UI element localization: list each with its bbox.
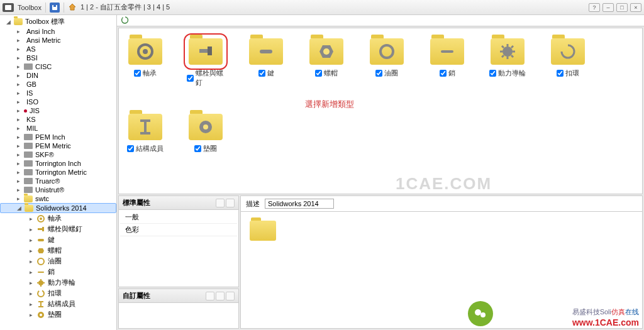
property-row[interactable]: 一般: [120, 211, 237, 224]
folder-icon: [25, 205, 33, 212]
folder-icon: [370, 38, 404, 65]
item-label[interactable]: 鍵: [258, 69, 274, 78]
standard-properties-pane: 標準屬性 一般色彩: [118, 195, 239, 287]
tree-standard-item[interactable]: ▸CISC: [0, 62, 116, 71]
tree-part-item[interactable]: ▸扣環: [0, 288, 116, 299]
tree-standard-item[interactable]: ▸JIS: [0, 106, 116, 115]
tool-btn[interactable]: [226, 292, 235, 300]
item-label[interactable]: 扣環: [557, 69, 579, 78]
tree-standard-item[interactable]: ▸DIN: [0, 71, 116, 80]
folder-item-nut[interactable]: 螺帽: [308, 38, 345, 87]
tree-part-item[interactable]: ▸結構成員: [0, 299, 116, 309]
tree-standard-item[interactable]: ▸PEM Metric: [0, 141, 116, 150]
tree-part-item[interactable]: ▸鍵: [0, 234, 116, 245]
tree-standard-item[interactable]: ▸IS: [0, 89, 116, 97]
tree-standard-item[interactable]: ▸KS: [0, 115, 116, 124]
refresh-icon[interactable]: [121, 16, 130, 26]
folder-item-retring[interactable]: 扣環: [549, 38, 587, 87]
caret-icon: ▸: [15, 55, 21, 61]
tool-btn[interactable]: [206, 292, 214, 300]
item-label[interactable]: 軸承: [134, 69, 157, 78]
tree-standard-item[interactable]: ▸Ansi Inch: [0, 27, 116, 36]
svg-point-8: [38, 258, 44, 265]
item-checkbox[interactable]: [315, 70, 322, 77]
item-label[interactable]: 螺栓與螺釘: [187, 69, 225, 87]
tree-label: 鍵: [48, 235, 55, 245]
tree-part-item[interactable]: ▸動力導輪: [0, 277, 116, 288]
item-checkbox[interactable]: [127, 145, 134, 152]
svg-rect-0: [5, 5, 11, 10]
tree-sidebar[interactable]: ◢ Toolbox 標準 ▸Ansi Inch▸Ansi Metric▸AS▸B…: [0, 15, 117, 330]
property-row[interactable]: 色彩: [120, 224, 237, 236]
part-icon: [36, 258, 45, 265]
item-checkbox[interactable]: [134, 70, 141, 77]
item-checkbox[interactable]: [557, 70, 564, 77]
tree-part-item[interactable]: ▸軸承: [0, 213, 116, 224]
tool-btn[interactable]: [226, 199, 235, 207]
description-input[interactable]: [265, 199, 334, 209]
home-icon[interactable]: [68, 3, 77, 13]
flag-icon: [24, 63, 33, 70]
item-label[interactable]: 銷: [440, 69, 455, 78]
folder-item-washer[interactable]: 墊圈: [187, 114, 225, 153]
svg-line-28: [511, 55, 513, 57]
tree-label: IS: [26, 89, 33, 97]
tree-standard-item[interactable]: ▸Truarc®: [0, 177, 116, 185]
item-checkbox[interactable]: [489, 70, 496, 77]
caret-icon: ▸: [15, 143, 21, 149]
tree-standard-item[interactable]: ▸BSI: [0, 53, 116, 62]
tree-part-item[interactable]: ▸螺栓與螺釘: [0, 224, 116, 234]
item-checkbox[interactable]: [187, 75, 194, 82]
caret-icon: ▸: [15, 160, 21, 167]
folder-item-key[interactable]: 鍵: [247, 38, 285, 87]
folder-item-gear[interactable]: 動力導輪: [489, 38, 526, 87]
item-label[interactable]: 墊圈: [194, 144, 217, 153]
folder-item-oring[interactable]: 油圈: [368, 38, 406, 87]
folder-item-bolt[interactable]: 螺栓與螺釘: [187, 38, 225, 87]
maximize-button[interactable]: □: [616, 3, 628, 12]
tree-standard-item[interactable]: ▸MIL: [0, 124, 116, 133]
tree-standard-item[interactable]: ▸GB: [0, 80, 116, 89]
folder-item-ibeam[interactable]: 結構成員: [126, 114, 164, 153]
close-button[interactable]: ×: [630, 3, 641, 12]
tree-standard-item[interactable]: ▸PEM Inch: [0, 133, 116, 141]
tree-part-item[interactable]: ▸螺帽: [0, 245, 116, 256]
tree-root[interactable]: ◢ Toolbox 標準: [0, 16, 116, 27]
item-checkbox[interactable]: [194, 145, 201, 152]
item-label[interactable]: 動力導輪: [489, 69, 526, 78]
folder-grid-area[interactable]: 軸承螺栓與螺釘鍵螺帽油圈銷動力導輪扣環結構成員墊圈 選擇新增類型 1CAE.CO…: [118, 28, 643, 194]
minimize-button[interactable]: –: [602, 3, 614, 12]
caret-icon: ▸: [28, 269, 34, 275]
tree-standard-item[interactable]: ▸SKF®: [0, 150, 116, 159]
tree-standard-item[interactable]: ▸Ansi Metric: [0, 36, 116, 45]
breadcrumb[interactable]: 1 | 2 - 自訂五金零件 | 3 | 4 | 5: [80, 3, 170, 12]
caret-icon: ▸: [28, 258, 34, 265]
caret-icon: ▸: [15, 81, 21, 87]
tree-standard-item[interactable]: ▸Torrington Inch: [0, 159, 116, 168]
item-label[interactable]: 螺帽: [315, 69, 338, 78]
tree-standard-item[interactable]: ▸Torrington Metric: [0, 168, 116, 177]
tool-btn[interactable]: [216, 199, 225, 207]
tree-part-item[interactable]: ▸銷: [0, 267, 116, 277]
item-checkbox[interactable]: [258, 70, 265, 77]
help-button[interactable]: ?: [589, 3, 600, 12]
item-checkbox[interactable]: [375, 70, 382, 77]
tree-part-item[interactable]: ▸墊圈: [0, 309, 116, 320]
tree-standard-item[interactable]: ▸AS: [0, 45, 116, 53]
folder-item-pin[interactable]: 銷: [428, 38, 466, 87]
folder-item-bearing[interactable]: 軸承: [126, 38, 164, 87]
tree-standard-item[interactable]: ▸swtc: [0, 194, 116, 203]
tree-part-item[interactable]: ▸油圈: [0, 256, 116, 267]
tree-custom-std[interactable]: ◢ Solidworks 2014: [0, 203, 116, 213]
flag-icon: [24, 160, 33, 167]
item-label[interactable]: 油圈: [375, 69, 398, 78]
item-label[interactable]: 結構成員: [127, 144, 164, 153]
custom-properties-pane: 自訂屬性: [118, 289, 239, 329]
tree-label: AS: [26, 45, 36, 53]
tool-btn[interactable]: [216, 292, 225, 300]
svg-line-27: [502, 46, 504, 48]
tree-standard-item[interactable]: ▸ISO: [0, 97, 116, 106]
tree-standard-item[interactable]: ▸Unistrut®: [0, 185, 116, 194]
item-checkbox[interactable]: [440, 70, 447, 77]
save-icon[interactable]: [50, 3, 60, 13]
